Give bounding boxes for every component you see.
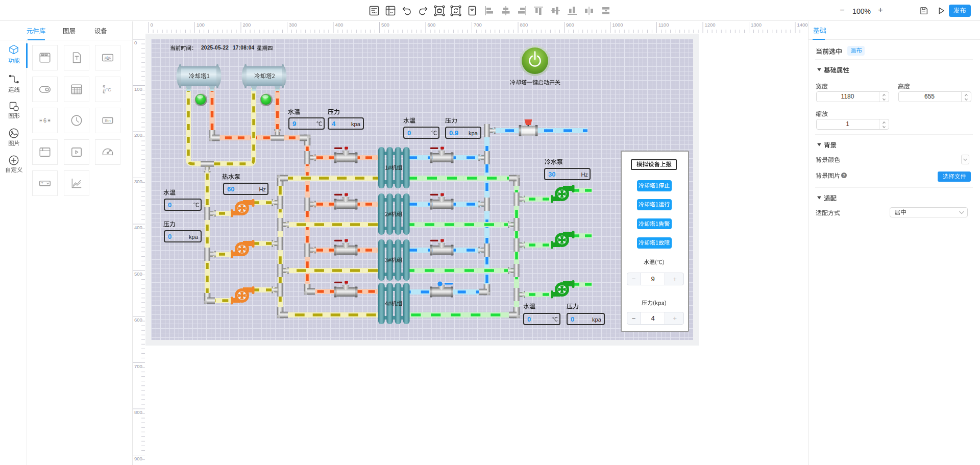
svg-text:1100: 1100 xyxy=(658,22,669,28)
svg-text:1000: 1000 xyxy=(612,22,623,28)
svg-text:1400: 1400 xyxy=(797,22,808,28)
svg-text:6: 6 xyxy=(43,117,46,124)
svg-text:300: 300 xyxy=(289,22,297,28)
svg-text:500: 500 xyxy=(381,22,389,28)
svg-text:100: 100 xyxy=(197,22,205,28)
svg-text:600: 600 xyxy=(428,22,436,28)
svg-text:600: 600 xyxy=(134,317,142,323)
svg-text:1300: 1300 xyxy=(751,22,762,28)
svg-text:200: 200 xyxy=(243,22,251,28)
svg-text:300: 300 xyxy=(134,179,142,184)
svg-text:100: 100 xyxy=(134,86,142,92)
svg-text:700: 700 xyxy=(474,22,482,28)
svg-text:0: 0 xyxy=(134,40,137,45)
svg-text:700: 700 xyxy=(134,363,142,369)
svg-text:400: 400 xyxy=(335,22,344,28)
svg-text:0: 0 xyxy=(151,22,153,28)
svg-text:800: 800 xyxy=(520,22,528,28)
svg-text:900: 900 xyxy=(566,22,574,28)
svg-text:500: 500 xyxy=(134,271,142,277)
svg-text:Btn: Btn xyxy=(105,118,110,123)
svg-text:800: 800 xyxy=(134,409,142,415)
svg-text:400: 400 xyxy=(134,225,142,230)
svg-text:abc: abc xyxy=(104,55,111,60)
svg-text:900: 900 xyxy=(134,456,142,461)
svg-text:T: T xyxy=(103,85,106,88)
svg-text:T: T xyxy=(41,182,43,185)
svg-text:200: 200 xyxy=(134,132,142,138)
svg-text:1200: 1200 xyxy=(705,22,716,28)
